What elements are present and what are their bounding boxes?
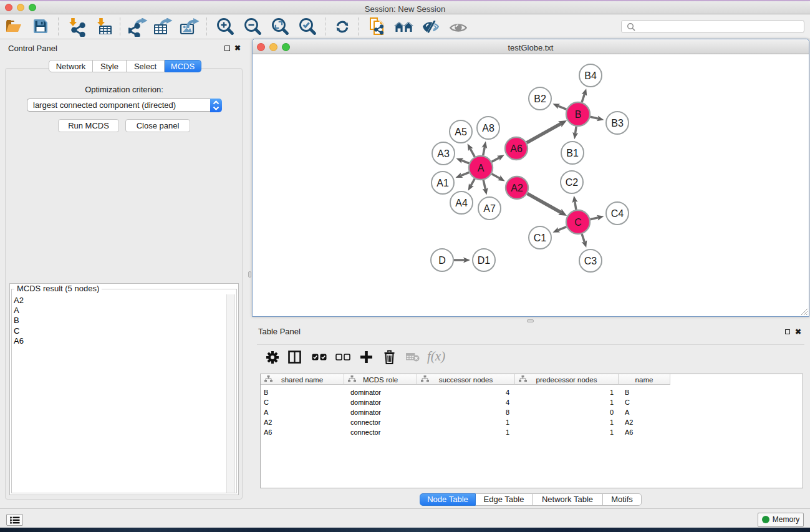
svg-text:A8: A8 (482, 123, 494, 133)
svg-text:A1: A1 (436, 178, 449, 188)
svg-text:A3: A3 (437, 148, 450, 159)
svg-text:C1: C1 (534, 233, 547, 243)
svg-text:A4: A4 (455, 198, 468, 208)
svg-text:A2: A2 (511, 183, 523, 193)
svg-text:C3: C3 (584, 256, 597, 266)
svg-text:B1: B1 (566, 148, 579, 158)
svg-text:A5: A5 (455, 127, 467, 137)
svg-text:B2: B2 (534, 94, 546, 104)
svg-text:C4: C4 (611, 208, 624, 219)
svg-text:A6: A6 (510, 143, 523, 154)
svg-text:A7: A7 (483, 203, 496, 214)
svg-text:D: D (438, 255, 446, 266)
svg-text:B3: B3 (611, 118, 624, 128)
svg-text:A: A (478, 163, 485, 173)
svg-text:C2: C2 (566, 177, 579, 188)
svg-text:B4: B4 (584, 70, 597, 81)
svg-text:D1: D1 (478, 255, 491, 266)
svg-text:B: B (575, 109, 582, 120)
svg-text:C: C (574, 217, 582, 228)
